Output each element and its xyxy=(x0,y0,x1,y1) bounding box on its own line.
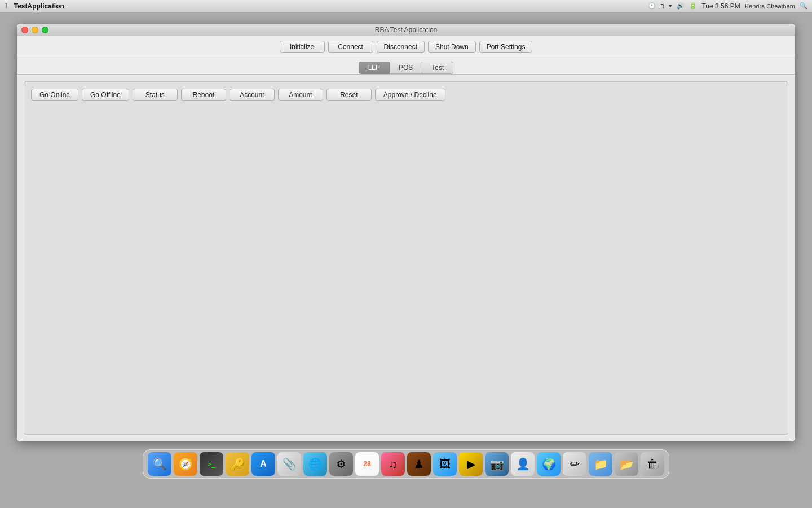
dock-item-iphoto[interactable]: 📷 xyxy=(485,452,509,476)
volume-icon: 🔊 xyxy=(677,2,685,10)
dock-item-systemprefs[interactable]: ⚙ xyxy=(329,452,353,476)
tab-llp[interactable]: LLP xyxy=(359,62,390,74)
dock-item-keychain[interactable]: 🔑 xyxy=(226,452,249,476)
shutdown-button[interactable]: Shut Down xyxy=(428,41,476,53)
dock-item-finder[interactable]: 🔍 xyxy=(148,452,171,476)
go-online-button[interactable]: Go Online xyxy=(31,89,78,101)
menu-bar:  TestApplication 🕐 B ▾ 🔊 🔋 Tue 3:56 PM … xyxy=(0,0,812,12)
window-controls xyxy=(21,27,48,33)
tab-test[interactable]: Test xyxy=(422,62,453,74)
apple-logo[interactable]:  xyxy=(5,2,7,10)
dock-item-calendar[interactable]: 28 xyxy=(355,452,379,476)
menu-bar-left:  TestApplication xyxy=(5,2,64,10)
reset-button[interactable]: Reset xyxy=(326,89,372,101)
go-offline-button[interactable]: Go Offline xyxy=(82,89,129,101)
dock-item-folder[interactable]: 📁 xyxy=(589,452,612,476)
reboot-button[interactable]: Reboot xyxy=(181,89,226,101)
dock-item-bookmark[interactable]: 📎 xyxy=(277,452,301,476)
amount-button[interactable]: Amount xyxy=(278,89,323,101)
dock-item-contacts[interactable]: 👤 xyxy=(511,452,535,476)
dock: 🔍 🧭 >_ 🔑 A 📎 🌐 ⚙ 28 ♫ ♟ 🖼 ▶ 📷 👤 🌍 ✏ 📁 📂 … xyxy=(143,449,669,479)
battery-icon: 🔋 xyxy=(689,2,697,10)
dock-item-browser[interactable]: 🌍 xyxy=(537,452,561,476)
approve-decline-button[interactable]: Approve / Decline xyxy=(375,89,445,101)
llp-panel: Go Online Go Offline Status Reboot Accou… xyxy=(24,81,788,435)
connect-button[interactable]: Connect xyxy=(328,41,373,53)
dock-item-appstore[interactable]: A xyxy=(251,452,275,476)
dock-item-stack[interactable]: 📂 xyxy=(615,452,638,476)
title-bar: RBA Test Application xyxy=(17,24,795,36)
window-title: RBA Test Application xyxy=(375,26,438,34)
initialize-button[interactable]: Initialize xyxy=(280,41,325,53)
desktop: RBA Test Application Initialize Connect … xyxy=(0,12,812,508)
dock-item-terminal[interactable]: >_ xyxy=(200,452,223,476)
dock-item-trash[interactable]: 🗑 xyxy=(641,452,664,476)
dock-container: 🔍 🧭 >_ 🔑 A 📎 🌐 ⚙ 28 ♫ ♟ 🖼 ▶ 📷 👤 🌍 ✏ 📁 📂 … xyxy=(0,441,812,481)
dock-item-safari[interactable]: 🌐 xyxy=(303,452,327,476)
tab-pos[interactable]: POS xyxy=(390,62,422,74)
wifi-icon: ▾ xyxy=(669,2,672,10)
dock-item-preview[interactable]: 🖼 xyxy=(433,452,457,476)
llp-buttons-row: Go Online Go Offline Status Reboot Accou… xyxy=(31,89,781,101)
menu-bar-app-name[interactable]: TestApplication xyxy=(14,2,64,10)
menubar-datetime: Tue 3:56 PM xyxy=(701,2,740,10)
account-button[interactable]: Account xyxy=(230,89,275,101)
dock-item-dvd[interactable]: ▶ xyxy=(459,452,483,476)
time-machine-icon: 🕐 xyxy=(648,2,656,10)
main-toolbar: Initialize Connect Disconnect Shut Down … xyxy=(17,36,795,58)
app-window: RBA Test Application Initialize Connect … xyxy=(17,24,795,441)
window-minimize-button[interactable] xyxy=(32,27,38,33)
tabs-container: LLP POS Test xyxy=(17,58,795,75)
menu-bar-right: 🕐 B ▾ 🔊 🔋 Tue 3:56 PM Kendra Cheatham 🔍 xyxy=(648,2,807,10)
dock-item-compass[interactable]: 🧭 xyxy=(174,452,197,476)
dock-item-pen[interactable]: ✏ xyxy=(563,452,586,476)
window-close-button[interactable] xyxy=(21,27,28,33)
main-content: Go Online Go Offline Status Reboot Accou… xyxy=(17,75,795,441)
bluetooth-icon: B xyxy=(660,3,664,10)
port-settings-button[interactable]: Port Settings xyxy=(479,41,533,53)
status-button[interactable]: Status xyxy=(133,89,178,101)
menubar-username[interactable]: Kendra Cheatham xyxy=(745,3,795,10)
dock-item-chess[interactable]: ♟ xyxy=(407,452,431,476)
dock-item-itunes[interactable]: ♫ xyxy=(381,452,405,476)
window-maximize-button[interactable] xyxy=(42,27,48,33)
disconnect-button[interactable]: Disconnect xyxy=(377,41,425,53)
search-icon[interactable]: 🔍 xyxy=(800,2,807,10)
